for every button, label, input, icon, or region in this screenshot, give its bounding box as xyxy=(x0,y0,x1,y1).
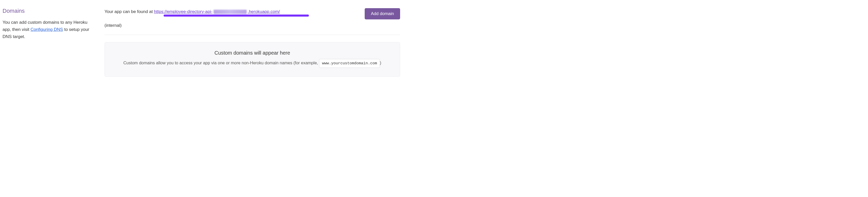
app-url-block: Your app can be found at https://employe… xyxy=(104,8,357,29)
app-url-prefix: Your app can be found at xyxy=(104,9,154,14)
configuring-dns-link[interactable]: Configuring DNS xyxy=(31,27,63,32)
app-url-part1: https://employee-directory-api- xyxy=(154,9,213,14)
header-row: Your app can be found at https://employe… xyxy=(104,5,400,35)
empty-state-title: Custom domains will appear here xyxy=(115,50,390,56)
app-url-link[interactable]: https://employee-directory-api-.herokuap… xyxy=(154,8,280,15)
empty-desc-before: Custom domains allow you to access your … xyxy=(123,60,319,65)
section-title: Domains xyxy=(3,8,92,14)
custom-domains-empty-state: Custom domains will appear here Custom d… xyxy=(104,42,400,77)
app-url-part2: .herokuapp.com/ xyxy=(248,9,280,14)
domains-content: Your app can be found at https://employe… xyxy=(104,5,400,77)
domains-sidebar: Domains You can add custom domains to an… xyxy=(3,5,92,77)
add-domain-button[interactable]: Add domain xyxy=(365,8,400,19)
section-description: You can add custom domains to any Heroku… xyxy=(3,19,92,40)
empty-state-description: Custom domains allow you to access your … xyxy=(115,59,390,68)
empty-desc-after: ) xyxy=(380,60,381,65)
app-url-suffix: (internal) xyxy=(104,23,122,28)
example-domain-code: www.yourcustomdomain.com xyxy=(319,59,380,68)
app-url-redacted-segment xyxy=(214,10,247,14)
